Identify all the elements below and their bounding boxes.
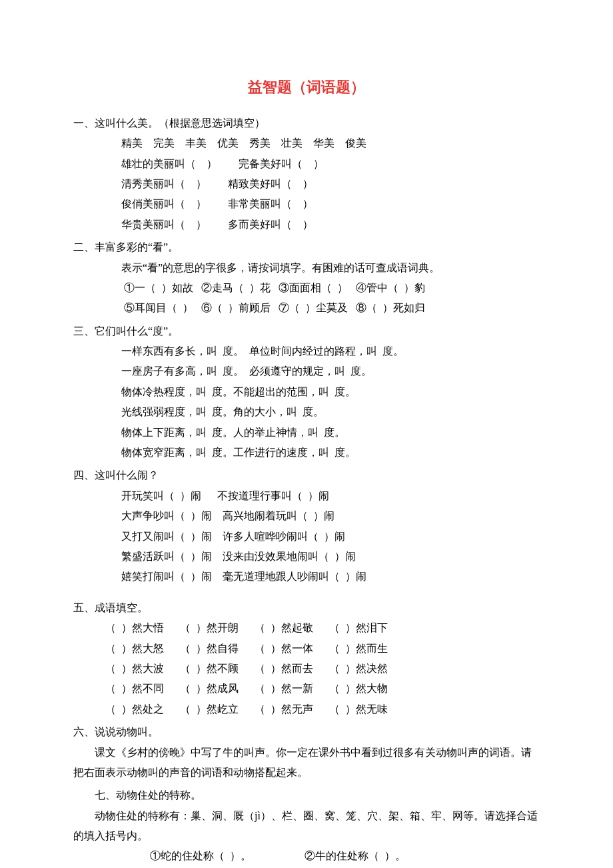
section-3-line-2: 一座房子有多高，叫 度。 必须遵守的规定，叫 度。 [73,361,540,381]
section-6-heading: 六、说说动物叫。 [73,722,540,742]
section-6: 六、说说动物叫。 课文《乡村的傍晚》中写了牛的叫声。你一定在课外书中看到过很多有… [73,722,540,783]
section-1-row-4: 华贵美丽叫（ ） 多而美好叫（ ） [73,215,540,235]
section-2-heading: 二、丰富多彩的“看”。 [73,237,540,257]
section-3-line-4: 光线强弱程度，叫 度。角的大小，叫 度。 [73,402,540,422]
section-7-row-1: ①蛇的住处称（ ）。 ②牛的住处称（ ）。 [73,846,540,866]
section-3-line-3: 物体冷热程度，叫 度。不能超出的范围，叫 度。 [73,382,540,402]
section-3-line-6: 物体宽窄距离，叫 度。工作进行的速度，叫 度。 [73,443,540,463]
section-1-row-3: 俊俏美丽叫（ ） 非常美丽叫（ ） [73,194,540,214]
section-4-line-1: 开玩笑叫（ ）闹 不按道理行事叫（ ）闹 [73,486,540,506]
section-3: 三、它们叫什么“度”。 一样东西有多长，叫 度。 单位时间内经过的路程，叫 度。… [73,321,540,463]
section-1-options: 精美 完美 丰美 优美 秀美 壮美 华美 俊美 [73,133,540,153]
section-4-line-2: 大声争吵叫（ ）闹 高兴地闹着玩叫（ ）闹 [73,506,540,526]
section-4-line-3: 又打又闹叫（ ）闹 许多人喧哗吵闹叫（ ）闹 [73,527,540,547]
section-1-heading: 一、这叫什么美。（根据意思选词填空） [73,113,540,133]
section-7-heading: 七、动物住处的特称。 [73,785,540,805]
spacer [73,587,540,595]
section-7-para-1: 动物住处的特称有：巢、洞、厩（jì）、栏、圈、窝、笼、穴、架、箱、牢、网等。请选… [73,806,540,847]
section-1-row-1: 雄壮的美丽叫（ ） 完备美好叫（ ） [73,154,540,174]
section-6-para-1-text: 课文《乡村的傍晚》中写了牛的叫声。你一定在课外书中看到过很多有关动物叫声的词语。… [73,743,540,783]
section-3-line-1: 一样东西有多长，叫 度。 单位时间内经过的路程，叫 度。 [73,341,540,361]
section-5-row-1: （ ）然大悟 （ ）然开朗 （ ）然起敬 （ ）然泪下 [73,618,540,638]
section-1-row-2: 清秀美丽叫（ ） 精致美好叫（ ） [73,174,540,194]
section-3-line-5: 物体上下距离，叫 度。人的举止神情，叫 度。 [73,423,540,443]
section-4-heading: 四、这叫什么闹？ [73,465,540,485]
section-3-heading: 三、它们叫什么“度”。 [73,321,540,341]
section-7-para-1-text: 动物住处的特称有：巢、洞、厩（jì）、栏、圈、窝、笼、穴、架、箱、牢、网等。请选… [73,806,540,847]
section-5-row-3: （ ）然大波 （ ）然不顾 （ ）然而去 （ ）然决然 [73,659,540,679]
section-1: 一、这叫什么美。（根据意思选词填空） 精美 完美 丰美 优美 秀美 壮美 华美 … [73,113,540,235]
section-4-line-5: 嬉笑打闹叫（ ）闹 毫无道理地跟人吵闹叫（ ）闹 [73,567,540,587]
section-5: 五、成语填空。 （ ）然大悟 （ ）然开朗 （ ）然起敬 （ ）然泪下 （ ）然… [73,598,540,719]
section-4: 四、这叫什么闹？ 开玩笑叫（ ）闹 不按道理行事叫（ ）闹 大声争吵叫（ ）闹 … [73,465,540,587]
section-4-line-4: 繁盛活跃叫（ ）闹 没来由没效果地闹叫（ ）闹 [73,547,540,567]
section-5-row-4: （ ）然不同 （ ）然成风 （ ）然一新 （ ）然大物 [73,679,540,699]
section-2-line-2: ①一（ ）如故 ②走马（ ）花 ③面面相（ ） ④管中（ ）豹 [73,278,540,298]
section-5-row-2: （ ）然大怒 （ ）然自得 （ ）然一体 （ ）然而生 [73,639,540,659]
section-2-line-1: 表示“看”的意思的字很多，请按词填字。有困难的话可查成语词典。 [73,258,540,278]
section-6-para-1: 课文《乡村的傍晚》中写了牛的叫声。你一定在课外书中看到过很多有关动物叫声的词语。… [73,743,540,783]
section-2-line-3: ⑤耳闻目（ ） ⑥（ ）前顾后 ⑦（ ）尘莫及 ⑧（ ）死如归 [73,298,540,318]
page-title: 益智题（词语题） [73,73,540,101]
section-7: 七、动物住处的特称。 动物住处的特称有：巢、洞、厩（jì）、栏、圈、窝、笼、穴、… [73,785,540,868]
section-5-heading: 五、成语填空。 [73,598,540,618]
section-5-row-5: （ ）然处之 （ ）然屹立 （ ）然无声 （ ）然无味 [73,699,540,719]
section-2: 二、丰富多彩的“看”。 表示“看”的意思的字很多，请按词填字。有困难的话可查成语… [73,237,540,319]
